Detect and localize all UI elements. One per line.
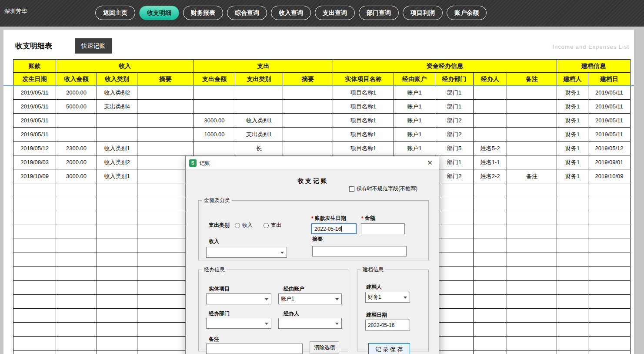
- table-cell[interactable]: [474, 114, 507, 128]
- table-cell[interactable]: [557, 239, 588, 253]
- table-cell[interactable]: [474, 267, 507, 281]
- nav-button[interactable]: 账户余额: [447, 6, 487, 20]
- table-cell[interactable]: 项目名称1: [333, 86, 394, 100]
- table-cell[interactable]: [97, 351, 137, 354]
- person-combobox[interactable]: [278, 318, 342, 329]
- table-cell[interactable]: 长: [235, 142, 283, 155]
- checkbox-box-icon[interactable]: [349, 186, 354, 192]
- table-cell[interactable]: [435, 295, 474, 309]
- department-combobox[interactable]: [206, 318, 271, 329]
- table-cell[interactable]: [474, 337, 507, 351]
- table-cell[interactable]: [97, 211, 137, 225]
- account-combobox[interactable]: 账户1: [278, 293, 342, 304]
- table-cell[interactable]: [588, 295, 631, 309]
- table-cell[interactable]: 支出类别4: [97, 100, 137, 114]
- table-cell[interactable]: [588, 225, 631, 239]
- table-cell[interactable]: [56, 183, 97, 197]
- table-cell[interactable]: 2019/10/09: [13, 169, 56, 183]
- table-cell[interactable]: [97, 197, 137, 211]
- table-cell[interactable]: [13, 211, 56, 225]
- table-cell[interactable]: 收入类别1: [235, 114, 283, 128]
- table-cell[interactable]: 财务1: [557, 114, 588, 128]
- table-cell[interactable]: [557, 337, 588, 351]
- creator-combobox[interactable]: 财务1: [365, 292, 410, 303]
- table-cell[interactable]: [56, 309, 97, 323]
- radio-circle-icon[interactable]: [264, 223, 269, 228]
- table-cell[interactable]: [56, 253, 97, 267]
- nav-button[interactable]: 支出查询: [315, 6, 355, 20]
- table-cell[interactable]: [97, 183, 137, 197]
- amount-input[interactable]: [361, 223, 405, 234]
- table-cell[interactable]: [56, 239, 97, 253]
- table-cell[interactable]: [435, 183, 474, 197]
- table-cell[interactable]: 收入类别1: [97, 142, 137, 155]
- nav-button[interactable]: 部门查询: [359, 6, 399, 20]
- table-cell[interactable]: [435, 351, 474, 354]
- table-cell[interactable]: 2000.00: [56, 86, 97, 100]
- table-cell[interactable]: 部门5: [435, 142, 474, 155]
- quick-entry-button[interactable]: 快速记账: [75, 38, 112, 54]
- nav-button[interactable]: 财务报表: [183, 6, 223, 20]
- table-cell[interactable]: 3000.00: [194, 114, 235, 128]
- table-cell[interactable]: [56, 114, 97, 128]
- table-cell[interactable]: [97, 323, 137, 337]
- table-cell[interactable]: [97, 114, 137, 128]
- table-cell[interactable]: [56, 197, 97, 211]
- table-cell[interactable]: [588, 337, 631, 351]
- table-cell[interactable]: [13, 267, 56, 281]
- table-cell[interactable]: [474, 323, 507, 337]
- project-combobox[interactable]: [206, 293, 271, 304]
- expense-radio[interactable]: 支出: [264, 222, 281, 229]
- table-cell[interactable]: [97, 267, 137, 281]
- income-radio[interactable]: 收入: [235, 222, 253, 229]
- table-cell[interactable]: 2019/05/11: [13, 86, 56, 100]
- table-cell[interactable]: 财务1: [557, 169, 588, 183]
- table-cell[interactable]: [56, 351, 97, 354]
- table-cell[interactable]: [474, 100, 507, 114]
- table-cell[interactable]: [283, 100, 333, 114]
- table-cell[interactable]: [435, 211, 474, 225]
- table-cell[interactable]: [435, 197, 474, 211]
- table-cell[interactable]: [507, 155, 557, 169]
- nav-button[interactable]: 综合查询: [227, 6, 267, 20]
- table-cell[interactable]: 1000.00: [194, 128, 235, 142]
- table-cell[interactable]: [507, 323, 557, 337]
- table-cell[interactable]: 财务1: [557, 86, 588, 100]
- summary-input[interactable]: [312, 246, 407, 256]
- table-cell[interactable]: [474, 295, 507, 309]
- table-cell[interactable]: 收入类别1: [97, 169, 137, 183]
- table-cell[interactable]: [507, 142, 557, 155]
- table-cell[interactable]: 财务1: [557, 155, 588, 169]
- table-cell[interactable]: [137, 100, 194, 114]
- table-cell[interactable]: 部门1: [435, 155, 474, 169]
- income-category-combobox[interactable]: [206, 247, 287, 258]
- table-cell[interactable]: [137, 142, 194, 155]
- table-cell[interactable]: [435, 225, 474, 239]
- table-cell[interactable]: [557, 253, 588, 267]
- table-cell[interactable]: [507, 267, 557, 281]
- table-cell[interactable]: [474, 351, 507, 354]
- table-cell[interactable]: [557, 267, 588, 281]
- table-cell[interactable]: 账户1: [394, 142, 435, 155]
- table-cell[interactable]: [283, 114, 333, 128]
- table-cell[interactable]: [13, 309, 56, 323]
- table-cell[interactable]: [435, 323, 474, 337]
- table-cell[interactable]: 部门1: [435, 100, 474, 114]
- radio-circle-icon[interactable]: [235, 223, 240, 228]
- table-cell[interactable]: [507, 100, 557, 114]
- table-cell[interactable]: [56, 295, 97, 309]
- table-cell[interactable]: [588, 309, 631, 323]
- table-cell[interactable]: [588, 253, 631, 267]
- table-cell[interactable]: 姓名1-1: [474, 155, 507, 169]
- table-cell[interactable]: 账户1: [394, 114, 435, 128]
- table-cell[interactable]: [435, 309, 474, 323]
- table-cell[interactable]: 部门2: [435, 169, 474, 183]
- table-cell[interactable]: [56, 337, 97, 351]
- table-cell[interactable]: [97, 239, 137, 253]
- table-cell[interactable]: [507, 114, 557, 128]
- table-cell[interactable]: [137, 114, 194, 128]
- table-cell[interactable]: [13, 197, 56, 211]
- table-cell[interactable]: [507, 281, 557, 295]
- table-cell[interactable]: 账户1: [394, 86, 435, 100]
- table-cell[interactable]: 财务1: [557, 100, 588, 114]
